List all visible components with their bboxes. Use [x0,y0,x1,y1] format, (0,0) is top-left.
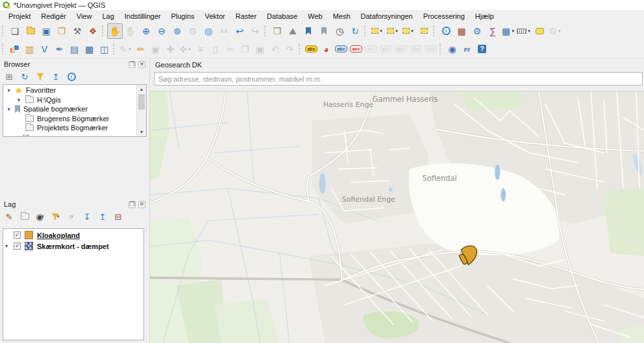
browser-item-h-qgis[interactable]: ▸H:\Qgis [3,95,136,105]
refresh-browser-button[interactable]: ↻ [19,71,30,82]
select-features-button[interactable]: ▼ [369,23,385,39]
menu-indstillinger[interactable]: Indstillinger [119,12,166,21]
browser-scrollbar[interactable]: ▲ ▼ [136,85,146,136]
toolbar-grip[interactable] [113,43,116,54]
menu-plugins[interactable]: Plugins [166,12,199,21]
layout-manager-button[interactable]: ⚒ [69,23,85,39]
highlight-pinned-labels-button[interactable]: abc [349,41,364,56]
zoom-to-layer-button[interactable]: ◎ [201,23,216,39]
scroll-up-icon[interactable]: ▲ [137,85,146,93]
menu-web[interactable]: Web [303,12,327,21]
remove-layer-button[interactable]: ⊟ [113,211,123,222]
menu-database[interactable]: Database [262,12,303,21]
deselect-all-button[interactable]: ▼ [401,23,416,39]
open-layer-styling-button[interactable]: ✎ [4,211,14,222]
filter-browser-button[interactable] [35,71,45,82]
new-shapefile-layer-button[interactable]: V [37,41,52,56]
expander-icon[interactable]: ▸ [6,134,12,137]
browser-float-panel-button[interactable]: ❐ [129,61,136,68]
zoom-in-button[interactable]: ⊕ [138,23,154,39]
pin-labels-button[interactable]: abc [334,41,349,56]
browser-item-hjem[interactable]: ▸⌂Hjem [3,133,136,137]
select-by-location-button[interactable] [416,23,432,39]
toolbar-grip[interactable] [299,43,302,54]
expander-icon[interactable]: ▸ [16,97,22,102]
save-project-as-button[interactable]: ❐ [54,23,69,39]
menu-mesh[interactable]: Mesh [328,12,356,21]
dropdown-arrow-icon[interactable]: ▼ [511,29,515,33]
zoom-last-button[interactable]: ↩ [232,23,247,39]
properties-info-button[interactable]: i [66,71,77,82]
dropdown-arrow-icon[interactable]: ▼ [410,29,414,33]
data-source-manager-button[interactable] [7,41,22,56]
save-project-button[interactable]: ▣ [38,23,54,39]
open-project-button[interactable] [23,23,38,39]
dropdown-arrow-icon[interactable]: ▼ [41,215,45,219]
layers-float-panel-button[interactable]: ❐ [129,201,136,208]
zoom-full-button[interactable]: ⊚ [169,23,185,39]
dropdown-arrow-icon[interactable]: ▼ [379,29,383,33]
manage-map-themes-button[interactable]: ◉▼ [35,211,45,222]
new-geopackage-layer-button[interactable]: ▥ [22,41,37,56]
filter-legend-button[interactable]: ▼ [51,211,61,222]
field-calculator-button[interactable]: ▦ [454,23,469,39]
zoom-out-button[interactable]: ⊖ [154,23,169,39]
menu-vektor[interactable]: Vektor [200,12,230,21]
new-spatial-bookmark-button[interactable] [301,23,316,39]
pan-map-button[interactable]: ✋ [107,23,123,39]
browser-item-spatiale-bogm-rker[interactable]: ▾Spatiale bogmærker [3,104,136,114]
show-statistics-button[interactable]: ∑ [485,23,501,39]
new-temporary-scratch-layer-button[interactable]: ▤ [67,41,82,56]
layer-item-sk-rmkort-d-mpet[interactable]: ▾✓Skærmkort - dæmpet [3,240,143,251]
python-console-button[interactable]: py [460,41,475,56]
collapse-all-layers-button[interactable]: ↥ [97,211,108,222]
add-group-button[interactable] [19,211,30,222]
scrollbar-thumb[interactable] [138,94,145,110]
dropdown-arrow-icon[interactable]: ▼ [558,29,562,33]
toolbar-grip[interactable] [102,25,105,36]
menu-lag[interactable]: Lag [97,12,119,21]
toolbar-grip[interactable] [2,43,5,54]
expander-icon[interactable]: ▾ [6,106,12,112]
style-manager-button[interactable]: ❖ [85,23,101,39]
new-virtual-layer-button[interactable]: ▩ [82,41,97,56]
dropdown-arrow-icon[interactable]: ▼ [395,29,399,33]
browser-item-favoritter[interactable]: ▾★Favoritter [3,86,136,95]
map-tips-button[interactable] [532,23,547,39]
browser-item-projektets-bogm-rker[interactable]: Projektets Bogmærker [3,123,136,133]
open-attribute-table-button[interactable]: ▦▼ [501,23,516,39]
expander-icon[interactable]: ▾ [6,88,12,93]
toolbar-grip[interactable] [440,43,443,54]
help-button[interactable]: ? [475,41,489,56]
new-map-view-button[interactable]: ❐ [269,23,285,39]
layer-labeling-button[interactable]: abc [304,41,319,56]
measure-button[interactable]: ▼ [516,23,532,39]
dropdown-arrow-icon[interactable]: ▼ [527,29,531,33]
geosearch-input[interactable] [154,72,643,86]
refresh-map-button[interactable]: ↻ [347,23,363,39]
menu-redig-r[interactable]: Redigér [36,12,71,21]
toolbar-grip[interactable] [364,25,367,36]
browser-item-brugerens-bogm-rker[interactable]: Brugerens Bogmærker [3,114,136,124]
map-canvas[interactable]: Hasseris EngeGammel HasserisSofiendalSof… [150,91,644,343]
metasearch-button[interactable]: ◉ [445,41,460,56]
new-project-button[interactable]: ❏ [7,23,23,39]
expander-icon[interactable]: ▾ [3,243,10,249]
layer-item-kloakopland[interactable]: ✓Kloakopland [3,229,143,240]
browser-close-panel-button[interactable]: ✕ [138,61,145,68]
layer-visibility-checkbox[interactable]: ✓ [14,231,21,239]
new-spatialite-layer-button[interactable]: ✒ [52,41,67,56]
toolbar-grip[interactable] [2,25,5,36]
layers-close-panel-button[interactable]: ✕ [138,201,145,208]
add-selected-layer-button[interactable]: ⊞ [4,71,14,82]
new-mesh-layer-button[interactable]: ◫ [97,41,112,56]
select-features-by-value-button[interactable]: ▼ [385,23,401,39]
menu-raster[interactable]: Raster [230,12,262,21]
layer-diagram-button[interactable]: ◕ [319,41,334,56]
collapse-all-button[interactable]: ↥ [51,71,61,82]
menu-dataforsyningen[interactable]: Dataforsyningen [356,12,418,21]
temporal-controller-button[interactable]: ◷ [332,23,347,39]
new-3d-map-view-button[interactable]: ⛰ [285,23,301,39]
menu-processering[interactable]: Processering [418,12,470,21]
identify-features-button[interactable]: i [438,23,454,39]
